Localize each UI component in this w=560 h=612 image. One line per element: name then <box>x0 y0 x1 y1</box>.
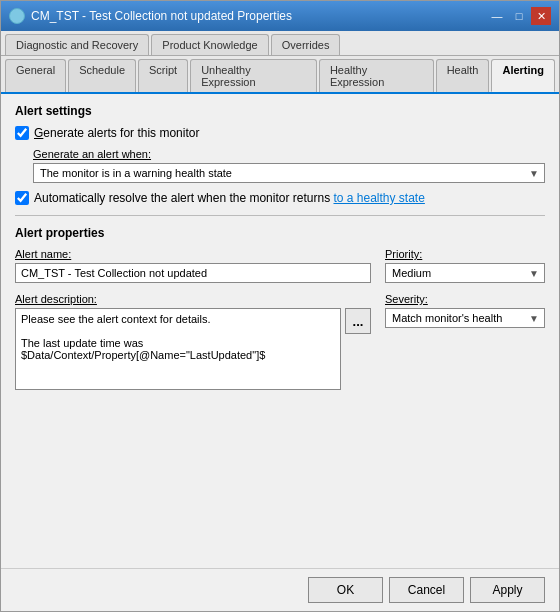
bottom-tab-row: General Schedule Script Unhealthy Expres… <box>1 56 559 94</box>
minimize-button[interactable]: — <box>487 7 507 25</box>
ok-button[interactable]: OK <box>308 577 383 603</box>
severity-select[interactable]: Match monitor's health Low Medium High C… <box>385 308 545 328</box>
cancel-button[interactable]: Cancel <box>389 577 464 603</box>
title-bar-left: CM_TST - Test Collection not updated Pro… <box>9 8 292 24</box>
tab-general[interactable]: General <box>5 59 66 92</box>
generate-alerts-label: Generate alerts for this monitor <box>34 126 199 140</box>
alert-settings-title: Alert settings <box>15 104 545 118</box>
generate-alerts-checkbox[interactable] <box>15 126 29 140</box>
auto-resolve-row: Automatically resolve the alert when the… <box>15 191 545 205</box>
auto-resolve-label: Automatically resolve the alert when the… <box>34 191 425 205</box>
tab-product-knowledge[interactable]: Product Knowledge <box>151 34 268 55</box>
section-divider <box>15 215 545 216</box>
priority-col: Priority: Low Medium High ▼ <box>385 248 545 283</box>
tab-diagnostic-recovery[interactable]: Diagnostic and Recovery <box>5 34 149 55</box>
alert-desc-col: Alert description: Please see the alert … <box>15 293 371 393</box>
when-select[interactable]: The monitor is in a warning health state… <box>33 163 545 183</box>
alert-name-input[interactable] <box>15 263 371 283</box>
alert-desc-label: Alert description: <box>15 293 371 305</box>
maximize-button[interactable]: □ <box>509 7 529 25</box>
tab-schedule[interactable]: Schedule <box>68 59 136 92</box>
severity-col: Severity: Match monitor's health Low Med… <box>385 293 545 393</box>
title-bar: CM_TST - Test Collection not updated Pro… <box>1 1 559 31</box>
alert-desc-textarea[interactable]: Please see the alert context for details… <box>15 308 341 390</box>
severity-select-wrapper: Match monitor's health Low Medium High C… <box>385 308 545 328</box>
desc-textarea-wrap: Please see the alert context for details… <box>15 308 341 393</box>
priority-label: Priority: <box>385 248 545 260</box>
tab-script[interactable]: Script <box>138 59 188 92</box>
healthy-state-link[interactable]: to a healthy state <box>333 191 424 205</box>
desc-dots-button[interactable]: ... <box>345 308 371 334</box>
title-controls: — □ ✕ <box>487 7 551 25</box>
tab-unhealthy-expression[interactable]: Unhealthy Expression <box>190 59 317 92</box>
content-area: Alert settings Generate alerts for this … <box>1 94 559 568</box>
close-button[interactable]: ✕ <box>531 7 551 25</box>
window-icon <box>9 8 25 24</box>
when-label: Generate an alert when: <box>33 148 545 160</box>
priority-select-wrapper: Low Medium High ▼ <box>385 263 545 283</box>
window-title: CM_TST - Test Collection not updated Pro… <box>31 9 292 23</box>
when-select-wrapper: The monitor is in a warning health state… <box>33 163 545 183</box>
alert-name-col: Alert name: <box>15 248 371 283</box>
tab-healthy-expression[interactable]: Healthy Expression <box>319 59 434 92</box>
desc-row: Please see the alert context for details… <box>15 308 371 393</box>
priority-select[interactable]: Low Medium High <box>385 263 545 283</box>
alert-desc-severity-row: Alert description: Please see the alert … <box>15 293 545 393</box>
alert-properties-title: Alert properties <box>15 226 545 240</box>
tab-overrides[interactable]: Overrides <box>271 34 341 55</box>
tab-alerting[interactable]: Alerting <box>491 59 555 92</box>
generate-alerts-row: Generate alerts for this monitor <box>15 126 545 140</box>
severity-label: Severity: <box>385 293 545 305</box>
alert-name-priority-row: Alert name: Priority: Low Medium High ▼ <box>15 248 545 283</box>
footer: OK Cancel Apply <box>1 568 559 611</box>
tab-health[interactable]: Health <box>436 59 490 92</box>
auto-resolve-checkbox[interactable] <box>15 191 29 205</box>
apply-button[interactable]: Apply <box>470 577 545 603</box>
alert-name-label: Alert name: <box>15 248 371 260</box>
main-window: CM_TST - Test Collection not updated Pro… <box>0 0 560 612</box>
top-tab-row: Diagnostic and Recovery Product Knowledg… <box>1 31 559 56</box>
